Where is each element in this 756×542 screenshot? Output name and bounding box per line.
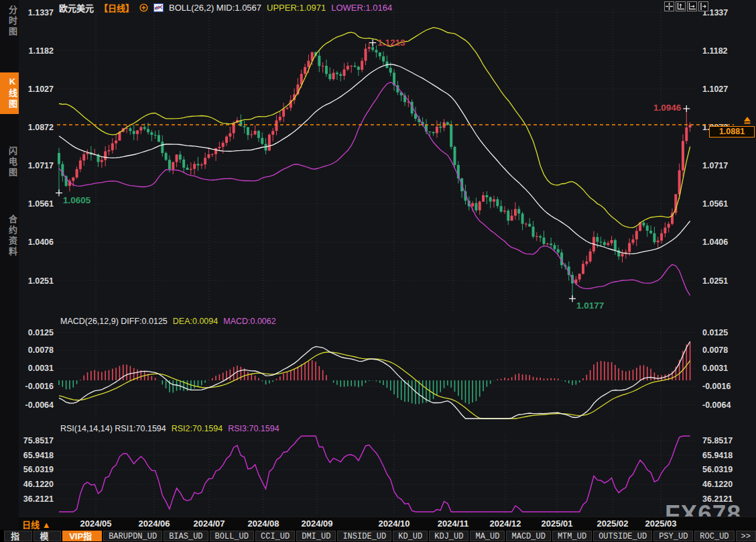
- toolbar-tab[interactable]: INSIDE_UD: [337, 531, 391, 541]
- axis-label: 1.0561: [702, 199, 728, 209]
- axis-label: 56.0319: [702, 465, 733, 474]
- axis-label: 1.0406: [28, 237, 54, 247]
- toolbar-more-button[interactable]: >>: [736, 531, 756, 541]
- toolbar-tab[interactable]: BOLL_UD: [210, 531, 254, 541]
- toolbar-tab[interactable]: MACD_UD: [506, 531, 550, 541]
- macd-histogram: [59, 342, 690, 404]
- chart-tool-icons: [664, 1, 708, 11]
- axis-label: 1.0717: [702, 161, 728, 170]
- x-axis-date-label: 2025/01: [542, 519, 573, 529]
- axis-label: 36.2121: [23, 494, 54, 504]
- sidebar-item-contract-info[interactable]: 合约资料: [0, 211, 19, 262]
- pan-right-icon[interactable]: [698, 1, 708, 11]
- x-axis-date-label: 2024/07: [194, 519, 225, 529]
- axis-label: 0.0125: [28, 328, 54, 337]
- toolbar-tab[interactable]: ROC_UD: [694, 531, 734, 541]
- price-extreme-annotation: 1.0605: [63, 195, 91, 205]
- candlestick-series: [58, 42, 692, 299]
- axis-label: 1.1182: [28, 46, 54, 56]
- axis-label: 0.0078: [28, 345, 54, 355]
- rsi1-readout: RSI(14,14,14) RSI1:70.1594: [60, 424, 166, 433]
- toolbar-tab[interactable]: MTM_UD: [552, 531, 592, 541]
- toolbar-tab[interactable]: 模板: [34, 531, 62, 541]
- axis-label: 1.1337: [28, 8, 54, 17]
- toolbar-tab[interactable]: MA_UD: [470, 531, 505, 541]
- axis-label: -0.0016: [25, 382, 54, 391]
- toolbar-tab[interactable]: OUTSIDE_UD: [593, 531, 652, 541]
- axis-label: 56.0319: [23, 465, 54, 474]
- boll-upper-readout: UPPER:1.0971: [267, 3, 326, 13]
- sidebar-item-kline-chart[interactable]: K线图: [0, 72, 19, 114]
- axis-label: 65.9418: [702, 451, 733, 460]
- x-axis-date-label: 2024/06: [139, 519, 170, 529]
- axis-label: 0.0031: [28, 364, 54, 373]
- macd-dea-readout: DEA:0.0094: [173, 317, 218, 326]
- extreme-cross-marker: [569, 295, 576, 302]
- rsi3-readout: RSI3:70.1594: [228, 424, 279, 433]
- axis-label: 75.8517: [23, 436, 54, 445]
- extreme-cross-marker: [56, 190, 62, 197]
- extreme-cross-marker: [369, 40, 376, 46]
- macd-hist-readout: MACD:0.0062: [223, 317, 276, 326]
- macd-diff-readout: MACD(26,12,9) DIFF:0.0125: [60, 317, 168, 326]
- date-axis-row: 日线 ▲ 2024/052024/062024/072024/082024/09…: [19, 517, 756, 531]
- x-axis-date-label: 2024/05: [80, 519, 112, 529]
- axis-label: 0.0125: [702, 328, 728, 337]
- rsi-pane-header: RSI(14,14,14) RSI1:70.1594 RSI2:70.1594 …: [60, 424, 279, 433]
- toolbar-tab[interactable]: 指标: [4, 531, 32, 541]
- crosshair-icon[interactable]: [664, 1, 674, 11]
- x-axis-date-label: 2024/11: [438, 519, 468, 529]
- axis-label: 0.0078: [702, 345, 728, 355]
- axis-label: 46.1220: [702, 480, 733, 489]
- chevron-up-icon: ▲: [42, 520, 51, 530]
- price-extreme-annotation: 1.0946: [653, 103, 682, 113]
- toolbar-tab[interactable]: VIP指标: [62, 531, 102, 541]
- toolbar-tab[interactable]: DMI_UD: [296, 531, 336, 541]
- x-axis-date-label: 2024/08: [248, 519, 279, 529]
- left-sidebar: 分时图 K线图 闪电图 合约资料: [0, 0, 19, 530]
- chart-application: 1.13371.13371.11821.11821.10271.10271.08…: [0, 0, 756, 542]
- period-dropdown-button[interactable]: 日线 ▲: [22, 518, 51, 531]
- toolbar-tab[interactable]: KD_UD: [393, 531, 428, 541]
- sidebar-item-time-chart[interactable]: 分时图: [0, 1, 19, 42]
- main-pane-header: 欧元美元 【日线】 BOLL(26,2) MID:1.0567 UPPER:1.…: [59, 1, 392, 14]
- toolbar-tab[interactable]: BARUPDN_UD: [103, 531, 162, 541]
- axis-label: 1.0717: [28, 161, 54, 170]
- x-axis-date-label: 2025/03: [645, 519, 677, 529]
- x-axis-date-label: 2024/10: [379, 519, 410, 529]
- toolbar-tab[interactable]: CCI_UD: [255, 531, 295, 541]
- add-circle-icon[interactable]: [139, 3, 148, 12]
- axis-label: 1.0251: [28, 276, 54, 286]
- axis-label: -0.0016: [702, 382, 731, 391]
- axis-label: 1.0561: [28, 199, 54, 209]
- indicator-chart-icon[interactable]: [153, 3, 164, 12]
- boll-lower-readout: LOWER:1.0164: [331, 3, 392, 13]
- sidebar-item-lightning-chart[interactable]: 闪电图: [0, 142, 19, 182]
- axis-label: 1.0251: [702, 276, 728, 286]
- price-extreme-annotation: 1.1213: [377, 38, 405, 48]
- indicator-toolbar: 指标模板VIP指标BARUPDN_UDBIAS_UDBOLL_UDCCI_UDD…: [0, 530, 756, 542]
- period-badge[interactable]: 【日线】: [99, 1, 134, 14]
- symbol-name: 欧元美元: [59, 1, 94, 14]
- x-axis-date-label: 2025/02: [597, 519, 629, 529]
- toolbar-tab[interactable]: BIAS_UD: [164, 531, 208, 541]
- toolbar-tab[interactable]: PSY_UD: [653, 531, 693, 541]
- price-extreme-annotation: 1.0177: [576, 301, 604, 311]
- chart-canvas[interactable]: 1.13371.13371.11821.11821.10271.10271.08…: [0, 0, 756, 530]
- toolbar-tab[interactable]: KDJ_UD: [429, 531, 468, 541]
- rsi2-readout: RSI2:70.1594: [172, 424, 223, 433]
- macd-pane-header: MACD(26,12,9) DIFF:0.0125 DEA:0.0094 MAC…: [60, 317, 276, 326]
- scale-y-axis-icon[interactable]: [676, 1, 686, 11]
- axis-label: -0.0064: [25, 400, 54, 410]
- axis-label: 75.8517: [702, 436, 733, 445]
- axis-label: 1.1182: [702, 46, 728, 56]
- x-axis-date-label: 2024/12: [490, 519, 521, 529]
- axis-label: -0.0064: [702, 400, 731, 410]
- axis-label: 65.9418: [23, 451, 54, 460]
- axis-label: 1.1027: [28, 85, 54, 94]
- axis-label: 1.0406: [702, 237, 728, 247]
- axis-label: 1.1027: [702, 85, 728, 94]
- boll-mid-readout: BOLL(26,2) MID:1.0567: [169, 3, 261, 13]
- scale-x-axis-icon[interactable]: [687, 1, 697, 11]
- price-alert-marker-icon[interactable]: [741, 115, 753, 127]
